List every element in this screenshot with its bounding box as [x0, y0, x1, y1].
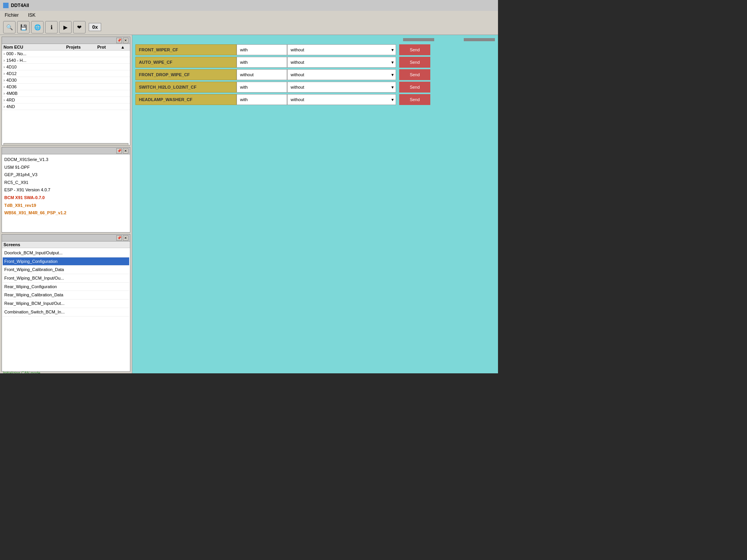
config-row-0: FRONT_WIPER_CF with without with ▼ Send — [135, 44, 495, 55]
ecu-panel-close-btn[interactable]: ✕ — [123, 38, 128, 43]
ecu-item-1[interactable]: ›1540 - H... — [2, 57, 130, 64]
ecu-scrollbar-x[interactable] — [4, 143, 128, 145]
config-current-3: with — [237, 82, 287, 93]
screens-panel: 📌 ✕ Screens Doorlock_BCM_Input/Output...… — [2, 234, 130, 372]
config-label-0: FRONT_WIPER_CF — [135, 44, 237, 55]
config-send-btn-3[interactable]: Send — [399, 82, 430, 93]
config-current-4: with — [237, 94, 287, 105]
menu-fichier[interactable]: Fichier — [3, 12, 20, 19]
ecu-col-scroll: ▲ — [121, 45, 128, 49]
proj-item-5[interactable]: BCM X91 SWA-0.7.0 — [4, 194, 128, 202]
toolbar-play-btn[interactable]: ▶ — [59, 21, 72, 33]
app-title: DDT4All — [11, 3, 29, 8]
proj-item-6[interactable]: TdB_X91_rev19 — [4, 202, 128, 210]
config-select-2[interactable]: without with — [287, 69, 396, 80]
config-select-wrapper-2: without with ▼ — [287, 69, 396, 80]
config-row-4: HEADLAMP_WASHER_CF with without with ▼ S… — [135, 94, 495, 105]
config-row-2: FRONT_DROP_WIPE_CF without without with … — [135, 69, 495, 80]
config-select-0[interactable]: without with — [287, 44, 396, 55]
projects-panel-controls: 📌 ✕ — [116, 148, 128, 154]
config-header-btn2[interactable] — [464, 38, 495, 41]
screen-item-0[interactable]: Doorlock_BCM_Input/Output... — [3, 249, 129, 257]
toolbar: 🔍 💾 🌐 ℹ ▶ ❤ 0x — [0, 19, 498, 35]
ecu-col-projets: Projets — [66, 45, 97, 49]
ecu-col-prot: Prot — [97, 45, 121, 49]
projects-list: DDCM_X91Serie_V1.3 USM 91-DPF GEP_J81ph4… — [2, 154, 130, 219]
config-send-btn-0[interactable]: Send — [399, 44, 430, 55]
ecu-item-8[interactable]: ›4ND — [2, 103, 130, 110]
toolbar-heart-btn[interactable]: ❤ — [73, 21, 86, 33]
ecu-panel-pin-btn[interactable]: 📌 — [116, 38, 122, 43]
projects-panel-close-btn[interactable]: ✕ — [123, 148, 128, 154]
config-send-btn-1[interactable]: Send — [399, 57, 430, 68]
ecu-item-2[interactable]: ›4D10 — [2, 64, 130, 70]
ecu-item-6[interactable]: ›4M0B — [2, 90, 130, 97]
projects-panel-titlebar: 📌 ✕ — [2, 147, 130, 154]
projects-panel-pin-btn[interactable]: 📌 — [116, 148, 122, 154]
title-bar: DDT4All — [0, 0, 498, 11]
config-header-btn1[interactable] — [403, 38, 434, 41]
screens-panel-controls: 📌 ✕ — [116, 235, 128, 241]
ecu-list[interactable]: ›000 - No... ›1540 - H... ›4D10 ›4D12 ›4… — [2, 51, 130, 143]
menu-bar: Fichier ISK — [0, 11, 498, 19]
screen-item-2[interactable]: Front_Wiping_Calibration_Data — [3, 266, 129, 274]
left-panel: 📌 ✕ Nom ECU Projets Prot ▲ ›000 - No... … — [0, 35, 132, 373]
proj-item-1[interactable]: USM 91-DPF — [4, 164, 128, 172]
config-select-wrapper-3: without with ▼ — [287, 82, 396, 93]
screen-item-3[interactable]: Front_Wiping_BCM_Input/Ou... — [3, 274, 129, 283]
ecu-item-0[interactable]: ›000 - No... — [2, 51, 130, 57]
proj-item-2[interactable]: GEP_J81ph4_V3 — [4, 171, 128, 179]
screens-panel-close-btn[interactable]: ✕ — [123, 235, 128, 241]
ecu-table-header: Nom ECU Projets Prot ▲ — [2, 44, 130, 51]
ecu-item-7[interactable]: ›4RD — [2, 97, 130, 103]
screens-panel-pin-btn[interactable]: 📌 — [116, 235, 122, 241]
config-select-3[interactable]: without with — [287, 82, 396, 93]
config-select-1[interactable]: without with — [287, 57, 396, 68]
screen-item-6[interactable]: Rear_Wiping_BCM_Input/Out... — [3, 299, 129, 308]
config-row-3: SWITCH_HI2LO_LO2INT_CF with without with… — [135, 82, 495, 93]
ecu-panel-titlebar: 📌 ✕ — [2, 37, 130, 44]
proj-item-0[interactable]: DDCM_X91Serie_V1.3 — [4, 156, 128, 164]
config-send-btn-2[interactable]: Send — [399, 69, 430, 80]
toolbar-globe-btn[interactable]: 🌐 — [31, 21, 44, 33]
config-label-2: FRONT_DROP_WIPE_CF — [135, 69, 237, 80]
screen-item-4[interactable]: Rear_Wiping_Configuration — [3, 283, 129, 291]
main-area: FRONT_WIPER_CF with without with ▼ Send … — [132, 35, 498, 373]
config-select-4[interactable]: without with — [287, 94, 396, 105]
toolbar-hex-label: 0x — [89, 23, 101, 31]
config-header-row — [135, 38, 495, 41]
proj-item-4[interactable]: ESP - X91 Version 4.0.7 — [4, 186, 128, 194]
screens-label: Screens — [2, 242, 130, 248]
projects-panel: 📌 ✕ DDCM_X91Serie_V1.3 USM 91-DPF GEP_J8… — [2, 147, 130, 233]
config-current-1: with — [237, 57, 287, 68]
ecu-panel: 📌 ✕ Nom ECU Projets Prot ▲ ›000 - No... … — [2, 37, 130, 145]
config-label-3: SWITCH_HI2LO_LO2INT_CF — [135, 82, 237, 93]
screen-item-7[interactable]: Combination_Switch_BCM_In... — [3, 308, 129, 317]
screens-panel-titlebar: 📌 ✕ — [2, 234, 130, 242]
config-label-4: HEADLAMP_WASHER_CF — [135, 94, 237, 105]
ecu-item-5[interactable]: ›4D36 — [2, 84, 130, 90]
menu-isk[interactable]: ISK — [26, 12, 37, 19]
config-select-wrapper-0: without with ▼ — [287, 44, 396, 55]
screens-list[interactable]: Doorlock_BCM_Input/Output... Front_Wipin… — [2, 248, 130, 372]
proj-item-3[interactable]: RC5_C_X91 — [4, 179, 128, 187]
config-send-btn-4[interactable]: Send — [399, 94, 430, 105]
config-select-wrapper-4: without with ▼ — [287, 94, 396, 105]
toolbar-save-btn[interactable]: 💾 — [17, 21, 30, 33]
ecu-panel-controls: 📌 ✕ — [116, 38, 128, 43]
screen-item-5[interactable]: Rear_Wiping_Calibration_Data — [3, 291, 129, 299]
toolbar-info-btn[interactable]: ℹ — [45, 21, 58, 33]
toolbar-search-btn[interactable]: 🔍 — [3, 21, 16, 33]
config-label-1: AUTO_WIPE_CF — [135, 57, 237, 68]
screen-item-1[interactable]: Front_Wiping_Configuration — [3, 257, 129, 266]
config-current-0: with — [237, 44, 287, 55]
main-layout: 📌 ✕ Nom ECU Projets Prot ▲ ›000 - No... … — [0, 35, 498, 373]
status-log-0: Initializing CAN mode — [3, 371, 495, 374]
ecu-item-3[interactable]: ›4D12 — [2, 70, 130, 77]
app-icon — [3, 3, 9, 8]
config-row-1: AUTO_WIPE_CF with without with ▼ Send — [135, 57, 495, 68]
ecu-item-4[interactable]: ›4D30 — [2, 77, 130, 84]
config-select-wrapper-1: without with ▼ — [287, 57, 396, 68]
config-current-2: without — [237, 69, 287, 80]
proj-item-7[interactable]: WB56_X91_M4R_66_PSP_v1.2 — [4, 209, 128, 217]
